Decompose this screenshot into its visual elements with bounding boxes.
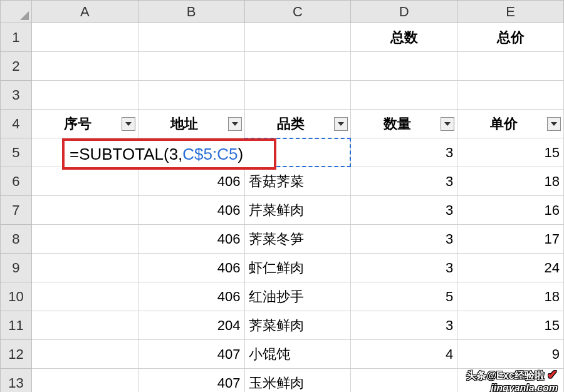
filter-dropdown-icon[interactable] [228,117,242,131]
row-header-7[interactable]: 7 [1,196,32,225]
cell-d12[interactable]: 4 [351,340,457,369]
cell-e9[interactable]: 24 [457,254,564,282]
row-header-3[interactable]: 3 [1,81,32,110]
spreadsheet-grid[interactable]: A B C D E 1 总数 总价 2 3 4 序号 [0,0,564,392]
cell-e2[interactable] [457,52,564,81]
cell-a2[interactable] [31,52,138,81]
select-all-corner[interactable] [1,1,32,23]
cell-c2[interactable] [244,52,351,81]
cell-b1[interactable] [138,23,244,52]
row-header-5[interactable]: 5 [1,138,32,167]
cell-e8[interactable]: 17 [457,225,564,254]
cell-b7[interactable]: 406 [138,196,244,225]
row-header-1[interactable]: 1 [1,23,32,52]
cell-d6[interactable]: 3 [351,167,457,196]
table-header-label: 地址 [170,116,198,132]
filter-dropdown-icon[interactable] [122,117,135,131]
cell-d1[interactable]: 总数 [351,23,457,52]
table-header-qty[interactable]: 数量 [351,110,457,138]
table-header-label: 数量 [384,116,411,132]
cell-b6[interactable]: 406 [138,167,244,196]
cell-a13[interactable] [31,369,138,393]
cell-c3[interactable] [244,81,351,110]
col-header-c[interactable]: C [244,1,351,23]
cell-c13[interactable]: 玉米鲜肉 [244,369,351,393]
cell-d8[interactable]: 3 [351,225,457,254]
table-header-label: 品类 [277,116,305,132]
cell-d9[interactable]: 3 [351,254,457,282]
cell-e6[interactable]: 18 [457,167,564,196]
col-header-b[interactable]: B [138,1,244,23]
cell-a1[interactable] [31,23,138,52]
filter-dropdown-icon[interactable] [334,117,348,131]
cell-e1[interactable]: 总价 [457,23,564,52]
formula-edit-box[interactable]: =SUBTOTAL(3,C$5:C5) [62,138,276,170]
cell-e12[interactable]: 9 [457,340,564,369]
cell-d10[interactable]: 5 [351,282,457,311]
table-header-cat[interactable]: 品类 [244,110,351,138]
col-header-d[interactable]: D [351,1,457,23]
cell-a9[interactable] [31,254,138,282]
cell-e7[interactable]: 16 [457,196,564,225]
cell-e3[interactable] [457,81,564,110]
cell-c8[interactable]: 荠菜冬笋 [244,225,351,254]
cell-d5[interactable]: 3 [351,138,457,167]
formula-prefix: =SUBTOTAL(3, [70,145,182,164]
row-header-4[interactable]: 4 [1,110,32,138]
cell-b8[interactable]: 406 [138,225,244,254]
cell-b13[interactable]: 407 [138,369,244,393]
cell-e5[interactable]: 15 [457,138,564,167]
cell-d2[interactable] [351,52,457,81]
col-header-e[interactable]: E [457,1,564,23]
cell-c9[interactable]: 虾仁鲜肉 [244,254,351,282]
cell-e13[interactable] [457,369,564,393]
cell-b9[interactable]: 406 [138,254,244,282]
row-header-6[interactable]: 6 [1,167,32,196]
row-header-11[interactable]: 11 [1,311,32,340]
cell-c7[interactable]: 芹菜鲜肉 [244,196,351,225]
cell-a5[interactable]: =SUBTOTAL(3,C$5:C5) [31,138,138,167]
cell-b11[interactable]: 204 [138,311,244,340]
cell-c1[interactable] [244,23,351,52]
formula-suffix: ) [238,145,243,164]
cell-a8[interactable] [31,225,138,254]
cell-c11[interactable]: 荠菜鲜肉 [244,311,351,340]
formula-ref: C$5:C5 [182,145,238,164]
row-header-9[interactable]: 9 [1,254,32,282]
table-header-price[interactable]: 单价 [457,110,564,138]
table-header-addr[interactable]: 地址 [138,110,244,138]
row-header-12[interactable]: 12 [1,340,32,369]
cell-c10[interactable]: 红油抄手 [244,282,351,311]
cell-c6[interactable]: 香菇荠菜 [244,167,351,196]
cell-a10[interactable] [31,282,138,311]
cell-a12[interactable] [31,340,138,369]
cell-a11[interactable] [31,311,138,340]
row-header-8[interactable]: 8 [1,225,32,254]
cell-d11[interactable]: 3 [351,311,457,340]
cell-d3[interactable] [351,81,457,110]
row-header-10[interactable]: 10 [1,282,32,311]
cell-d13[interactable] [351,369,457,393]
col-header-a[interactable]: A [31,1,138,23]
cell-e11[interactable]: 15 [457,311,564,340]
row-header-2[interactable]: 2 [1,52,32,81]
cell-a7[interactable] [31,196,138,225]
cell-d7[interactable]: 3 [351,196,457,225]
filter-dropdown-icon[interactable] [547,117,561,131]
table-header-seq[interactable]: 序号 [31,110,138,138]
cell-b10[interactable]: 406 [138,282,244,311]
cell-b3[interactable] [138,81,244,110]
table-header-label: 单价 [490,116,518,132]
table-header-label: 序号 [64,116,91,132]
row-header-13[interactable]: 13 [1,369,32,393]
cell-a3[interactable] [31,81,138,110]
cell-a6[interactable] [31,167,138,196]
filter-dropdown-icon[interactable] [441,117,454,131]
cell-b2[interactable] [138,52,244,81]
cell-e10[interactable]: 18 [457,282,564,311]
cell-c12[interactable]: 小馄饨 [244,340,351,369]
cell-b12[interactable]: 407 [138,340,244,369]
